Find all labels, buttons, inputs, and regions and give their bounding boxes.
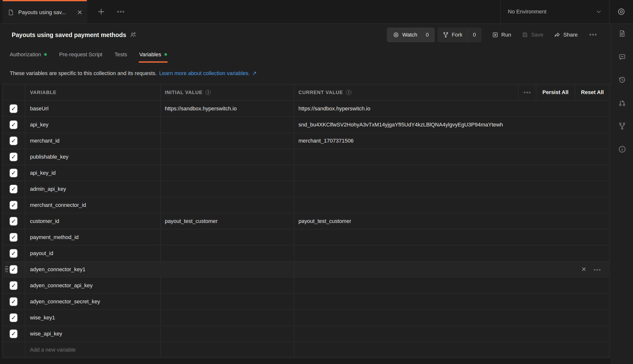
context-bar [611, 24, 633, 364]
initial-value-cell[interactable] [161, 181, 294, 197]
request-tab[interactable]: Payouts using sav... ✕ [3, 0, 87, 24]
current-value-cell[interactable]: ✕ [294, 262, 610, 277]
drag-handle-icon[interactable] [3, 264, 11, 274]
add-variable-row[interactable]: Add a new variable [2, 342, 610, 358]
row-checkbox[interactable]: ✓ [10, 217, 17, 225]
row-checkbox[interactable]: ✓ [10, 185, 17, 193]
variable-name-cell[interactable]: admin_api_key [25, 181, 161, 197]
changelog-icon[interactable] [618, 76, 626, 84]
current-value-info-icon[interactable]: i [346, 90, 351, 95]
initial-value-cell[interactable] [161, 133, 294, 148]
initial-value-cell[interactable]: https://sandbox.hyperswitch.io [161, 100, 294, 116]
variable-name-cell[interactable]: wise_key1 [25, 310, 161, 326]
current-value-cell[interactable]: snd_bu4XKClfwSV2HohyA3vTxM14yjgaYfI5UdY4… [294, 117, 610, 132]
environment-selector[interactable]: No Environment [500, 0, 609, 24]
header-variable: VARIABLE [25, 84, 161, 100]
variable-name-cell[interactable]: payment_method_id [25, 229, 161, 245]
row-checkbox[interactable]: ✓ [10, 233, 17, 242]
row-select-cell: ✓ [2, 117, 25, 132]
watch-button[interactable]: Watch 0 [387, 28, 435, 42]
current-value-cell[interactable] [294, 229, 610, 245]
row-checkbox[interactable]: ✓ [10, 330, 17, 338]
variable-name-cell[interactable]: adyen_connector_api_key [25, 278, 161, 293]
initial-value-cell[interactable] [161, 278, 294, 293]
initial-value-cell[interactable] [161, 245, 294, 261]
current-value-cell[interactable] [294, 165, 610, 181]
row-checkbox[interactable]: ✓ [10, 201, 17, 209]
fork-button[interactable]: Fork 0 [438, 28, 481, 42]
initial-value-cell[interactable] [161, 294, 294, 310]
row-checkbox[interactable]: ✓ [10, 153, 17, 161]
learn-more-link[interactable]: Learn more about collection variables. [159, 70, 250, 76]
row-checkbox[interactable]: ✓ [10, 298, 17, 306]
run-button[interactable]: Run [492, 32, 511, 38]
current-value-cell[interactable] [294, 310, 610, 326]
row-checkbox[interactable]: ✓ [10, 104, 17, 113]
row-select-cell: ✓ [2, 149, 25, 165]
tab-label: Tests [115, 52, 127, 58]
tab-pre-request-script[interactable]: Pre-request Script [59, 46, 102, 62]
add-variable-placeholder[interactable]: Add a new variable [25, 342, 161, 358]
current-value-cell[interactable] [294, 294, 610, 310]
initial-value-info-icon[interactable]: i [206, 90, 211, 95]
variable-name-cell[interactable]: customer_id [25, 213, 161, 229]
row-checkbox[interactable]: ✓ [10, 249, 17, 258]
close-tab-icon[interactable]: ✕ [77, 9, 82, 16]
variable-name-cell[interactable]: publishable_key [25, 149, 161, 165]
tab-authorization[interactable]: Authorization [10, 46, 47, 62]
tab-tests[interactable]: Tests [115, 46, 127, 62]
variable-name-cell[interactable]: merchant_id [25, 133, 161, 148]
initial-value-cell[interactable] [161, 197, 294, 213]
initial-value-cell[interactable] [161, 165, 294, 181]
documentation-icon[interactable] [618, 30, 626, 38]
current-value-cell[interactable] [294, 326, 610, 342]
current-value-cell[interactable]: payout_test_customer [294, 213, 610, 229]
current-value-cell[interactable] [294, 197, 610, 213]
initial-value-cell[interactable] [161, 229, 294, 245]
initial-value-cell[interactable] [161, 326, 294, 342]
row-more-icon[interactable] [593, 266, 601, 273]
row-checkbox[interactable]: ✓ [10, 265, 17, 274]
current-value-cell[interactable]: merchant_1707371506 [294, 133, 610, 148]
row-checkbox[interactable]: ✓ [10, 137, 17, 145]
tab-options-more-icon[interactable] [117, 10, 125, 13]
current-value-cell[interactable] [294, 245, 610, 261]
initial-value-cell[interactable]: payout_test_customer [161, 213, 294, 229]
variable-name-cell[interactable]: api_key_id [25, 165, 161, 181]
current-value-cell[interactable] [294, 181, 610, 197]
new-tab-plus-icon[interactable] [97, 8, 105, 16]
pull-requests-icon[interactable] [618, 99, 626, 107]
current-value-cell[interactable] [294, 278, 610, 293]
initial-value-cell[interactable] [161, 262, 294, 277]
share-button[interactable]: Share [554, 32, 578, 38]
environment-quick-look-button[interactable] [609, 0, 633, 24]
row-checkbox[interactable]: ✓ [10, 282, 17, 290]
variable-name-cell[interactable]: adyen_connector_key1 [25, 262, 161, 277]
table-more-icon[interactable] [518, 84, 536, 100]
initial-value-cell[interactable] [161, 310, 294, 326]
variable-name-cell[interactable]: api_key [25, 117, 161, 132]
info-icon[interactable] [618, 145, 626, 153]
current-value-cell[interactable]: https://sandbox.hyperswitch.io [294, 100, 610, 116]
variable-name-cell[interactable]: baseUrl [25, 100, 161, 116]
comments-icon[interactable] [618, 53, 626, 61]
tab-variables[interactable]: Variables [139, 46, 167, 62]
variable-name-cell[interactable]: wise_api_key [25, 326, 161, 342]
variable-name-cell[interactable]: adyen_connector_secret_key [25, 294, 161, 310]
add-row-initial-cell[interactable] [161, 342, 294, 358]
delete-row-icon[interactable]: ✕ [581, 266, 586, 272]
reset-all-button[interactable]: Reset All [575, 84, 610, 100]
row-checkbox[interactable]: ✓ [10, 120, 17, 129]
collection-more-icon[interactable] [589, 33, 597, 37]
variable-name-cell[interactable]: merchant_connector_id [25, 197, 161, 213]
row-checkbox[interactable]: ✓ [10, 169, 17, 177]
forks-icon[interactable] [618, 122, 626, 130]
current-value-cell[interactable] [294, 149, 610, 165]
add-row-current-cell[interactable] [294, 342, 610, 358]
save-button[interactable]: Save [522, 32, 543, 38]
persist-all-button[interactable]: Persist All [536, 84, 575, 100]
row-checkbox[interactable]: ✓ [10, 314, 17, 322]
variable-name-cell[interactable]: payout_id [25, 245, 161, 261]
initial-value-cell[interactable] [161, 117, 294, 132]
initial-value-cell[interactable] [161, 149, 294, 165]
